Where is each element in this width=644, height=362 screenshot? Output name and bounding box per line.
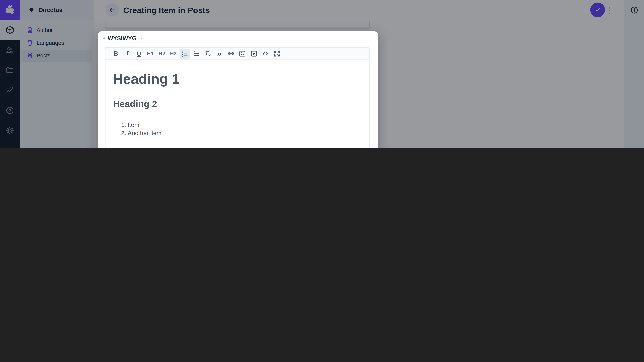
insert-image-button[interactable] xyxy=(238,49,247,58)
italic-button[interactable]: I xyxy=(122,49,132,58)
chevron-down-icon xyxy=(139,36,144,40)
list-item: Item xyxy=(128,121,369,129)
field-dot-icon xyxy=(103,37,105,39)
wysiwyg-field-label-row[interactable]: WYSIWYG xyxy=(103,35,144,41)
wysiwyg-editor: B I U H1 H2 H3 123 Tx xyxy=(105,47,370,148)
wysiwyg-focus-card: WYSIWYG B I U H1 H2 H3 123 xyxy=(98,31,378,148)
link-button[interactable] xyxy=(226,49,236,58)
h2-button[interactable]: H2 xyxy=(157,49,167,58)
h1-button[interactable]: H1 xyxy=(146,49,155,58)
code-icon xyxy=(262,50,269,57)
clear-format-button[interactable]: Tx xyxy=(203,49,213,58)
content-heading-2: Heading 2 xyxy=(113,99,369,110)
source-code-button[interactable] xyxy=(260,49,270,58)
svg-text:3: 3 xyxy=(182,54,184,57)
bullet-list-button[interactable] xyxy=(191,49,201,58)
wysiwyg-content[interactable]: Heading 1 Heading 2 Item Another item xyxy=(106,60,369,137)
ordered-list-icon: 123 xyxy=(181,50,188,57)
content-heading-1: Heading 1 xyxy=(113,71,369,87)
video-icon xyxy=(250,50,258,57)
list-item: Another item xyxy=(128,129,369,137)
bold-button[interactable]: B xyxy=(111,49,121,58)
content-ordered-list: Item Another item xyxy=(113,121,369,137)
fullscreen-button[interactable] xyxy=(272,49,282,58)
image-icon xyxy=(239,50,246,57)
insert-video-button[interactable] xyxy=(249,49,259,58)
bullet-list-icon xyxy=(193,50,200,57)
underline-button[interactable]: U xyxy=(134,49,144,58)
h3-button[interactable]: H3 xyxy=(168,49,178,58)
blockquote-button[interactable]: ” xyxy=(214,49,224,58)
fullscreen-expand-icon xyxy=(273,50,280,57)
link-icon xyxy=(227,50,235,57)
wysiwyg-toolbar: B I U H1 H2 H3 123 Tx xyxy=(106,48,369,60)
wysiwyg-field-label: WYSIWYG xyxy=(108,35,137,41)
directus-app: ? xyxy=(0,0,644,148)
ordered-list-button[interactable]: 123 xyxy=(180,49,190,58)
